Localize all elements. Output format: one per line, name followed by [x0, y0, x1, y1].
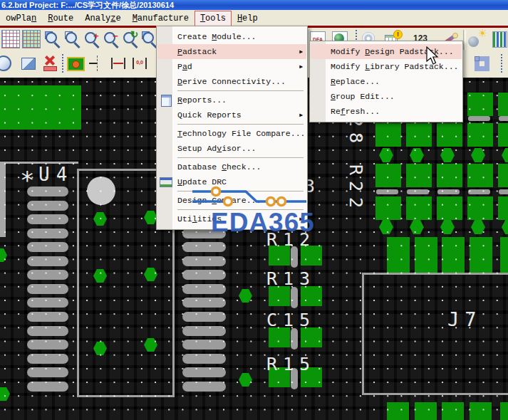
zoom-in-icon[interactable]: +	[83, 30, 101, 48]
menu-item-padstack[interactable]: Padstack▶	[157, 44, 306, 59]
smd-pad	[301, 286, 322, 306]
smd-pad	[470, 237, 492, 273]
smd-pad	[467, 196, 493, 220]
separator-3d	[463, 30, 466, 50]
zoom-points-icon[interactable]	[43, 30, 62, 48]
smd-pad	[467, 93, 493, 116]
menu-item-create-module[interactable]: Create Module...	[157, 29, 306, 44]
refdes-r13: R13	[266, 268, 316, 289]
submenu-item-group-edit[interactable]: Group Edit...	[311, 89, 462, 104]
via	[379, 220, 393, 234]
smd-pad	[442, 237, 465, 273]
through-pad	[182, 340, 226, 350]
shape-rect-icon[interactable]	[20, 54, 38, 73]
eda365-watermark-text: EDA365	[211, 208, 315, 238]
menubar-item-route[interactable]: Route	[42, 11, 79, 26]
dimension-pointer-icon[interactable]	[88, 54, 106, 73]
through-pad	[27, 201, 68, 211]
trace-segment	[468, 189, 490, 194]
smd-pad	[387, 237, 410, 273]
smd-pad	[406, 196, 432, 220]
drill-hole	[87, 177, 115, 205]
menu-item-reports[interactable]: Reports...	[157, 93, 306, 107]
smd-pad	[500, 237, 508, 273]
copper-shape	[0, 85, 81, 130]
color-grid-icon[interactable]	[22, 30, 41, 48]
smd-pad	[415, 237, 437, 273]
menu-item-database-check[interactable]: Database Check...	[157, 159, 306, 174]
menubar-item-analyze[interactable]: Analyze	[79, 11, 126, 26]
through-pad	[27, 270, 68, 280]
shape-circle-icon[interactable]	[0, 54, 13, 73]
menu-separator	[177, 157, 304, 158]
menu-item-pad[interactable]: Pad▶	[157, 59, 306, 74]
through-pad	[27, 284, 68, 294]
smd-pad	[498, 164, 508, 187]
smd-pad	[470, 402, 492, 420]
menu-item-technology-file-compare[interactable]: Technology File Compare...	[157, 126, 306, 141]
through-pad	[182, 354, 226, 364]
menubar-item-manufacture[interactable]: Manufacture	[127, 11, 195, 26]
through-pad	[182, 256, 226, 266]
via	[410, 148, 424, 162]
smd-pad	[498, 93, 508, 116]
dimension-linear-icon[interactable]	[109, 54, 128, 73]
zoom-fit-icon[interactable]	[63, 30, 82, 48]
update-drc-icon	[160, 177, 172, 187]
through-pad	[182, 382, 226, 392]
smd-pad	[415, 402, 437, 420]
reports-icon	[161, 95, 172, 107]
separator	[501, 54, 502, 73]
smd-pad	[467, 164, 493, 187]
through-pad	[27, 354, 68, 364]
silk-oval	[291, 287, 298, 308]
shadow-mode-icon[interactable]: ☀	[467, 30, 486, 48]
trace-segment	[468, 116, 490, 121]
refdes-r22: R22	[346, 164, 366, 214]
trace-segment	[499, 189, 508, 194]
through-pad	[182, 326, 226, 336]
menubar-item-help[interactable]: Help	[232, 11, 264, 26]
through-pad	[27, 242, 68, 252]
through-pad	[27, 214, 68, 224]
through-pad	[182, 367, 226, 377]
menubar-item-tools[interactable]: Tools	[195, 11, 232, 26]
menubar-item-owplan[interactable]: owPlan	[0, 11, 42, 26]
through-pad	[27, 256, 68, 266]
through-pad	[27, 229, 68, 238]
menu-separator	[177, 124, 304, 125]
pad-array-icon[interactable]	[472, 54, 491, 73]
trace-segment	[499, 116, 508, 121]
smd-pad	[498, 123, 508, 147]
smd-pad	[406, 164, 432, 187]
submenu-item-replace[interactable]: Replace...	[311, 74, 462, 89]
via	[239, 373, 252, 387]
menu-item-quick-reports[interactable]: Quick Reports▶	[157, 107, 306, 122]
menu-item-setup-advisor[interactable]: Setup Advisor...	[157, 141, 306, 156]
via	[0, 248, 7, 262]
through-pad	[182, 298, 226, 308]
via	[471, 148, 485, 162]
submenu-item-refresh[interactable]: Refresh...	[311, 104, 462, 119]
redraw-icon[interactable]: ↻	[121, 30, 140, 48]
through-pad	[182, 242, 226, 252]
zoom-out-icon[interactable]: −	[102, 30, 120, 48]
menu-item-derive-connectivity[interactable]: Derive Connectivity...	[157, 74, 306, 89]
smd-pad	[406, 123, 432, 147]
trace-segment	[437, 189, 460, 194]
via	[0, 387, 10, 401]
smd-pad	[467, 123, 493, 147]
grid-icon[interactable]	[1, 30, 20, 48]
shape-delete-icon[interactable]	[41, 54, 60, 73]
via	[410, 220, 424, 234]
via	[502, 220, 508, 234]
dimension-origin-icon[interactable]: 0,0	[130, 54, 149, 73]
through-pad	[182, 312, 226, 322]
smd-pad	[437, 123, 462, 147]
mouse-cursor	[426, 46, 442, 66]
through-pad	[27, 326, 68, 336]
padstack-board-icon[interactable]	[66, 54, 85, 73]
layer-columns-icon[interactable]	[490, 30, 508, 48]
smd-pad	[442, 402, 464, 420]
refdes-c15: C15	[266, 310, 316, 330]
